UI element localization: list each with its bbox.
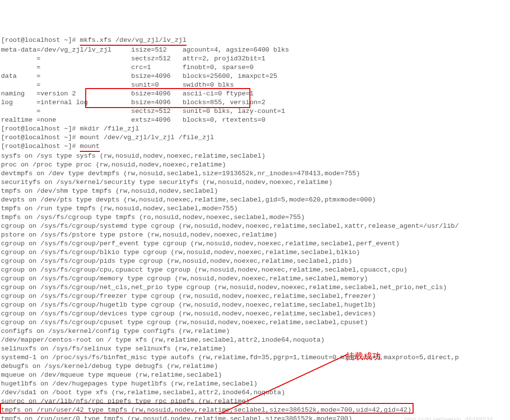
- watermark: blog.csdn.net/weixin_46488534: [404, 415, 493, 420]
- mount-output-row: securityfs on /sys/kernel/security type …: [1, 178, 510, 187]
- mkfs-output-row: data = bsize=4096 blocks=25600, imaxpct=…: [1, 72, 510, 81]
- mount-output-row: tmpfs on /dev/shm type tmpfs (rw,nosuid,…: [1, 187, 510, 196]
- mount-output-row: /dev/mapper/centos-root on / type xfs (r…: [1, 336, 510, 345]
- mount-output-row: cgroup on /sys/fs/cgroup/pids type cgrou…: [1, 257, 510, 266]
- mount-output-row: devtmpfs on /dev type devtmpfs (rw,nosui…: [1, 169, 510, 178]
- mount-output-row: cgroup on /sys/fs/cgroup/systemd type cg…: [1, 222, 510, 231]
- highlight-box-result: [0, 403, 414, 414]
- mount-output-row: configfs on /sys/kernel/config type conf…: [1, 327, 510, 336]
- mount-output-row: tmpfs on /sys/fs/cgroup type tmpfs (ro,n…: [1, 213, 510, 222]
- mkfs-output-row: = sunit=0 swidth=0 blks: [1, 81, 510, 90]
- mount-output-row: systemd-1 on /proc/sys/fs/binfmt_misc ty…: [1, 353, 510, 362]
- mount-output-row: devpts on /dev/pts type devpts (rw,nosui…: [1, 196, 510, 204]
- mount-output-row: cgroup on /sys/fs/cgroup/hugetlb type cg…: [1, 301, 510, 310]
- mkfs-output-row: = sectsz=512 attr=2, projid32bit=1: [1, 55, 510, 63]
- mount-output-row: mqueue on /dev/mqueue type mqueue (rw,re…: [1, 371, 510, 380]
- prompt-line: [root@localhost ~]# mkfs.xfs /dev/vg_zjl…: [1, 36, 510, 46]
- mount-output-row: pstore on /sys/fs/pstore type pstore (rw…: [1, 231, 510, 239]
- mount-output-row: tmpfs on /run type tmpfs (rw,nosuid,node…: [1, 204, 510, 213]
- mount-output-row: cgroup on /sys/fs/cgroup/cpu,cpuacct typ…: [1, 266, 510, 274]
- mount-output-row: /dev/sda1 on /boot type xfs (rw,relatime…: [1, 388, 510, 397]
- mkfs-output-row: realtime =none extsz=4096 blocks=0, rtex…: [1, 116, 510, 125]
- mount-output-row: cgroup on /sys/fs/cgroup/net_cls,net_pri…: [1, 283, 510, 292]
- cmd-mkfs: mkfs.xfs /dev/vg_zjl/lv_zjl: [80, 36, 187, 46]
- mkfs-output-row: log =internal log bsize=4096 blocks=855,…: [1, 98, 510, 107]
- mount-output-row: hugetlbfs on /dev/hugepages type hugetlb…: [1, 380, 510, 388]
- mkfs-output-row: naming =version 2 bsize=4096 ascii-ci=0 …: [1, 90, 510, 98]
- cmd-mkdir: mkdir /file_zjl: [80, 125, 139, 132]
- prompt-line: [root@localhost ~]# mount /dev/vg_zjl/lv…: [1, 133, 510, 142]
- mkfs-output-row: = sectsz=512 sunit=0 blks, lazy-count=1: [1, 107, 510, 116]
- mount-output-row: cgroup on /sys/fs/cgroup/devices type cg…: [1, 310, 510, 318]
- mkfs-output-row: meta-data=/dev/vg_zjl/lv_zjl isize=512 a…: [1, 46, 510, 55]
- mount-output-row: proc on /proc type proc (rw,nosuid,nodev…: [1, 161, 510, 169]
- mount-output-row: cgroup on /sys/fs/cgroup/freezer type cg…: [1, 292, 510, 301]
- terminal-output: [root@localhost ~]# mkfs.xfs /dev/vg_zjl…: [1, 36, 510, 420]
- highlight-box-commands: [85, 88, 250, 108]
- cmd-mount: mount: [80, 142, 100, 152]
- mount-output-row: cgroup on /sys/fs/cgroup/perf_event type…: [1, 239, 510, 248]
- mount-output-row: cgroup on /sys/fs/cgroup/memory type cgr…: [1, 274, 510, 283]
- mount-output-row: cgroup on /sys/fs/cgroup/cpuset type cgr…: [1, 318, 510, 327]
- prompt-line: [root@localhost ~]# mkdir /file_zjl: [1, 125, 510, 133]
- mkfs-output-row: = crc=1 finobt=0, sparse=0: [1, 63, 510, 72]
- prompt-line: [root@localhost ~]# mount: [1, 142, 510, 152]
- mount-output-row: cgroup on /sys/fs/cgroup/blkio type cgro…: [1, 248, 510, 257]
- annotation-label: 挂载成功: [346, 352, 381, 361]
- cmd-mount-dev: mount /dev/vg_zjl/lv_zjl /file_zjl: [80, 134, 214, 141]
- mount-output-row: debugfs on /sys/kernel/debug type debugf…: [1, 362, 510, 371]
- mount-output-row: sysfs on /sys type sysfs (rw,nosuid,node…: [1, 152, 510, 161]
- mount-output-row: selinuxfs on /sys/fs/selinux type selinu…: [1, 345, 510, 353]
